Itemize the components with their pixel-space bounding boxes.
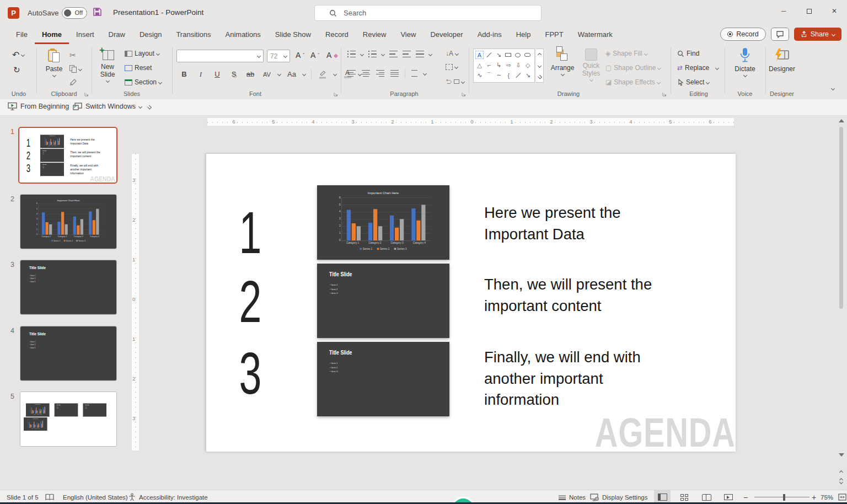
reset-button[interactable]: Reset bbox=[125, 64, 152, 72]
vertical-scrollbar[interactable] bbox=[837, 116, 846, 490]
paragraph-dialog-launcher[interactable] bbox=[461, 92, 467, 97]
scrollbar-thumb[interactable] bbox=[839, 127, 843, 309]
change-case-button[interactable]: Aa bbox=[286, 68, 297, 80]
arrange-button[interactable]: Arrange bbox=[548, 49, 577, 76]
shape-line2-icon[interactable] bbox=[513, 71, 523, 80]
drawing-dialog-launcher[interactable] bbox=[662, 92, 667, 97]
agenda-number[interactable]: 1 bbox=[231, 202, 270, 263]
format-painter-button[interactable] bbox=[69, 78, 78, 86]
shape-scribble-icon[interactable]: ∿ bbox=[475, 71, 485, 80]
shape-fill-button[interactable]: ◈ Shape Fill bbox=[605, 50, 647, 57]
tab-add-ins[interactable]: Add-ins bbox=[470, 26, 509, 44]
agenda-number[interactable]: 1 bbox=[25, 138, 32, 149]
section-button[interactable]: Section bbox=[125, 78, 162, 86]
agenda-number[interactable]: 2 bbox=[25, 150, 32, 161]
quick-styles-button[interactable]: Quick Styles bbox=[578, 49, 604, 81]
agenda-preview-title[interactable]: Title Slide• Item 1• Item 2• Item 3 bbox=[317, 342, 449, 416]
slide-canvas[interactable]: 1Important Chart Here0123456Category 1Ca… bbox=[206, 153, 735, 451]
agenda-watermark[interactable]: AGENDA bbox=[90, 175, 115, 182]
tab-review[interactable]: Review bbox=[356, 26, 394, 44]
agenda-text[interactable]: Then, we will present the important cont… bbox=[484, 274, 674, 317]
close-button[interactable]: ✕ bbox=[822, 0, 847, 22]
scroll-down-icon[interactable] bbox=[839, 453, 844, 457]
font-name-combo[interactable] bbox=[176, 50, 264, 62]
comments-button[interactable] bbox=[771, 28, 789, 41]
collapse-ribbon-icon[interactable] bbox=[831, 87, 835, 90]
shrink-font-button[interactable]: Aˇ bbox=[310, 51, 319, 60]
agenda-text[interactable]: Finally, we will end with another import… bbox=[70, 164, 104, 175]
tab-home[interactable]: Home bbox=[35, 26, 69, 44]
slide-thumbnail-2[interactable]: Important Chart Here0123456Category 1Cat… bbox=[20, 194, 117, 249]
shape-arc-icon[interactable]: ⌒ bbox=[485, 71, 495, 80]
agenda-watermark[interactable]: AGENDA bbox=[595, 409, 736, 452]
vertical-ruler[interactable]: 3210123 bbox=[131, 153, 140, 451]
italic-button[interactable]: I bbox=[195, 68, 206, 80]
increase-indent-button[interactable] bbox=[403, 51, 411, 57]
text-direction-button[interactable]: ↓A bbox=[446, 50, 458, 57]
find-button[interactable]: Find bbox=[677, 50, 699, 57]
agenda-preview-chart[interactable]: Important Chart Here0123456Category 1Cat… bbox=[40, 135, 64, 148]
shape-rounded-rect-icon[interactable] bbox=[523, 50, 533, 60]
underline-button[interactable]: U bbox=[212, 68, 223, 80]
agenda-preview-chart[interactable]: Important Chart Here0123456Category 1Cat… bbox=[317, 185, 449, 260]
agenda-preview-title[interactable]: Title Slide• Item 1• Item 2• Item 3 bbox=[40, 163, 64, 176]
shape-elbow-arrow-icon[interactable]: ↳ bbox=[494, 61, 504, 70]
highlight-color-button[interactable] bbox=[317, 68, 328, 80]
minimize-button[interactable]: ─ bbox=[771, 0, 796, 22]
tab-draw[interactable]: Draw bbox=[101, 26, 132, 44]
agenda-number[interactable]: 2 bbox=[231, 271, 270, 332]
grow-font-button[interactable]: Aˆ bbox=[296, 51, 304, 60]
tab-file[interactable]: File bbox=[9, 26, 35, 44]
shape-oval-icon[interactable] bbox=[513, 50, 523, 60]
zoom-thumb[interactable] bbox=[783, 494, 785, 501]
shape-gallery-scroll[interactable] bbox=[536, 49, 544, 83]
save-icon[interactable] bbox=[93, 7, 102, 18]
from-beginning-button[interactable]: From Beginning bbox=[8, 102, 69, 111]
layout-button[interactable]: Layout bbox=[125, 50, 159, 57]
shape-effects-button[interactable]: ◪ Shape Effects bbox=[605, 78, 660, 86]
shape-gallery[interactable]: A ↘ △ ⌐ ↳ ⇨ ⇩ ◇ ∿ ⌒ ∼ { ↘ bbox=[473, 49, 535, 83]
bold-button[interactable]: B bbox=[179, 68, 190, 80]
tab-animations[interactable]: Animations bbox=[218, 26, 268, 44]
line-spacing-button[interactable] bbox=[416, 51, 424, 57]
shape-elbow-icon[interactable]: ⌐ bbox=[485, 61, 495, 70]
shape-freeform-icon[interactable]: ◇ bbox=[523, 61, 533, 70]
align-center-button[interactable] bbox=[362, 70, 370, 77]
justify-button[interactable] bbox=[390, 70, 399, 77]
shape-line-icon[interactable] bbox=[484, 50, 494, 60]
tab-design[interactable]: Design bbox=[132, 26, 169, 44]
shape-outline-button[interactable]: ▢ Shape Outline bbox=[605, 64, 661, 72]
character-spacing-button[interactable]: AV bbox=[261, 68, 272, 80]
replace-button[interactable]: ⇄ Replace bbox=[677, 64, 719, 72]
select-button[interactable]: Select bbox=[677, 78, 709, 86]
redo-button[interactable]: ↻ bbox=[13, 65, 20, 75]
slide-thumbnail-4[interactable]: Title Slide• Item 1• Item 2• Item 3 bbox=[20, 326, 117, 381]
slide-thumbnail-5[interactable]: Important Chart Here0123456Category 1Cat… bbox=[20, 392, 117, 447]
cut-button[interactable]: ✂ bbox=[69, 51, 76, 60]
tab-developer[interactable]: Developer bbox=[423, 26, 470, 44]
align-left-button[interactable] bbox=[347, 70, 356, 77]
shape-arrow-line-icon[interactable]: ↘ bbox=[494, 50, 504, 60]
agenda-text[interactable]: Here we present the Important Data bbox=[484, 202, 674, 245]
align-right-button[interactable] bbox=[376, 70, 384, 77]
undo-button[interactable]: ↶ bbox=[12, 50, 24, 60]
text-shadow-button[interactable]: S bbox=[228, 68, 239, 80]
paste-button[interactable]: Paste bbox=[42, 49, 66, 77]
dictate-button[interactable]: Dictate bbox=[729, 47, 761, 77]
font-size-combo[interactable]: 72 bbox=[267, 50, 290, 62]
share-button[interactable]: Share bbox=[794, 28, 841, 41]
shape-curve-icon[interactable]: ∼ bbox=[494, 71, 504, 80]
tab-slide-show[interactable]: Slide Show bbox=[268, 26, 318, 44]
shape-triangle-icon[interactable]: △ bbox=[475, 61, 485, 70]
autosave-toggle[interactable]: Off bbox=[62, 7, 87, 19]
agenda-preview-title[interactable]: Title Slide• Item 1• Item 2• Item 3 bbox=[317, 264, 449, 338]
font-dialog-launcher[interactable] bbox=[333, 92, 339, 97]
agenda-text[interactable]: Then, we will present the important cont… bbox=[70, 151, 104, 158]
shape-down-arrow-icon[interactable]: ⇩ bbox=[513, 61, 523, 70]
record-button[interactable]: Record bbox=[720, 28, 765, 41]
numbering-button[interactable] bbox=[368, 51, 377, 57]
columns-button[interactable] bbox=[411, 70, 417, 77]
agenda-number[interactable]: 3 bbox=[25, 163, 32, 174]
agenda-text[interactable]: Finally, we will end with another import… bbox=[484, 347, 674, 411]
shape-rectangle-icon[interactable] bbox=[503, 50, 513, 60]
